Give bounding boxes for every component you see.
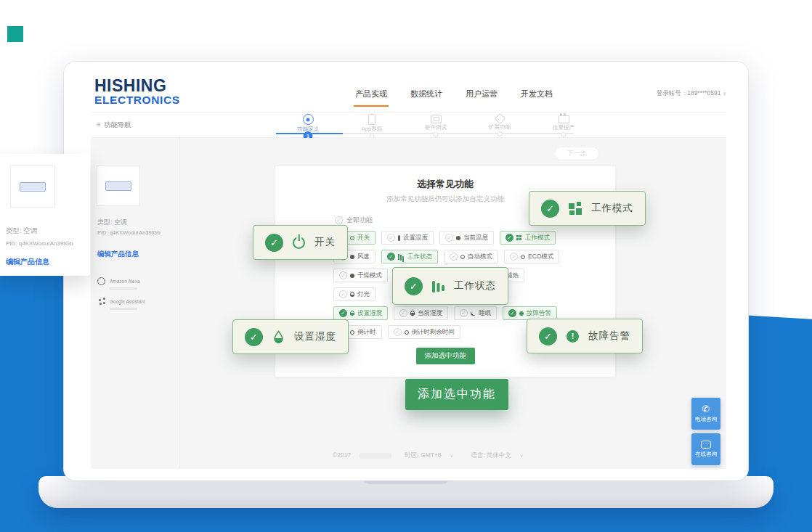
step-hardware-debug[interactable]: 硬件调试	[404, 113, 468, 131]
next-step-button[interactable]: 下一步	[554, 147, 599, 160]
chip-set-humidity[interactable]: ✓设置湿度	[333, 306, 388, 320]
app-footer: ©2017时区: GMT+8∨语言: 简体中文∨	[134, 451, 726, 460]
air-conditioner-icon	[20, 182, 46, 192]
timer-icon	[405, 330, 409, 335]
language-select[interactable]: 语言: 简体中文∨	[466, 451, 528, 459]
chip-current-humidity[interactable]: ✓当前湿度	[394, 306, 448, 320]
step-node	[498, 131, 503, 136]
web-app: HISHING ELECTRONICS 产品实现 数据统计 用户运营 开发文档 …	[91, 76, 726, 469]
chip-countdown-remaining[interactable]: ✓倒计时剩余时间	[388, 325, 461, 339]
chip-auto-mode[interactable]: ✓自动模式	[444, 250, 498, 263]
alert-icon: !	[567, 330, 579, 343]
step-mass-production[interactable]: 批量投产	[532, 113, 596, 131]
chevron-down-icon: ∨	[450, 453, 454, 458]
consult-label: 电话咨询	[695, 416, 717, 423]
integration-google-assistant[interactable]: Google Assistant	[97, 293, 145, 310]
grid-row: ✓风速 ✓工作状态 ✓自动模式 ✓ECO模式	[333, 250, 557, 263]
checkbox-icon: ✓	[445, 234, 453, 242]
diamond-icon	[494, 113, 506, 125]
online-consult-button[interactable]: ··· 在线咨询	[691, 433, 720, 465]
air-conditioner-icon	[105, 181, 131, 191]
decorative-teal-square	[7, 26, 23, 42]
callout-label: 工作模式	[591, 202, 633, 215]
account-menu[interactable]: 登录账号：189****0591 ∨	[657, 89, 726, 98]
power-icon	[350, 236, 354, 240]
chip-eco-mode[interactable]: ✓ECO模式	[504, 250, 559, 263]
chip-label: 自动模式	[468, 253, 492, 261]
chip-label: 倒计时剩余时间	[412, 328, 455, 337]
chip-label: 倒计时	[357, 328, 376, 337]
chip-work-status[interactable]: ✓工作状态	[381, 250, 438, 263]
chip-label: 设置湿度	[357, 309, 382, 318]
brand-logo[interactable]: HISHING ELECTRONICS	[94, 78, 180, 106]
nav-item-operation[interactable]: 用户运营	[464, 84, 499, 104]
chip-label: 设置温度	[403, 234, 428, 242]
chip-set-temperature[interactable]: ✓设置温度	[381, 231, 434, 245]
checkbox-icon: ✓	[508, 309, 516, 317]
consult-label: 在线咨询	[695, 451, 717, 458]
chip-work-mode[interactable]: ✓工作模式	[500, 231, 556, 245]
temperature-icon	[456, 236, 460, 240]
brand-logo-line1: HISHING	[94, 78, 180, 94]
function-definition-icon	[303, 114, 314, 125]
grid-row: ✓设置湿度 ✓当前湿度 ✓睡眠 ✓故障告警	[333, 306, 557, 320]
app-header: HISHING ELECTRONICS 产品实现 数据统计 用户运营 开发文档 …	[91, 76, 726, 112]
step-extended-functions[interactable]: 扩展功能	[468, 113, 532, 131]
sub-header: ≡功能导航 功能定义 1 App界面	[91, 112, 726, 138]
chip-dry-mode[interactable]: ✓干燥模式	[333, 269, 388, 282]
nav-item-product[interactable]: 产品实现	[354, 84, 389, 104]
chip-label: 工作状态	[407, 253, 432, 261]
nav-item-stats[interactable]: 数据统计	[409, 84, 444, 104]
callout-work-status: ✓ 工作状态	[392, 267, 508, 305]
grid-row: ✓倒计时 ✓倒计时剩余时间	[333, 325, 557, 339]
laptop-screen: HISHING ELECTRONICS 产品实现 数据统计 用户运营 开发文档 …	[64, 62, 748, 480]
product-thumbnail	[97, 165, 140, 206]
timezone-label: 时区: GMT+8	[405, 451, 441, 459]
google-assistant-icon	[99, 299, 101, 301]
product-thumbnail	[10, 165, 55, 208]
checkbox-icon: ✓	[387, 234, 395, 242]
step-label: App界面	[340, 126, 404, 133]
phone-icon: ✆	[702, 404, 710, 414]
checkbox-icon: ✓	[339, 309, 347, 317]
callout-fault-alarm: ✓ ! 故障告警	[527, 319, 643, 353]
chip-label: 睡眠	[479, 309, 491, 318]
callout-power: ✓ 开关	[253, 225, 348, 260]
step-function-definition[interactable]: 功能定义 1	[276, 113, 340, 133]
chip-light[interactable]: ✓灯光	[333, 287, 375, 301]
grid-row: ✓开关 ✓设置温度 ✓当前温度 ✓工作模式	[333, 231, 557, 245]
edit-product-link[interactable]: 编辑产品信息	[97, 250, 139, 259]
blurred-text	[110, 287, 137, 290]
edit-product-link[interactable]: 编辑产品信息	[6, 257, 49, 267]
chip-current-temperature[interactable]: ✓当前温度	[439, 231, 494, 245]
floating-product-card: 类型: 空调 PID: q4KXWodurAn39tGb 编辑产品信息	[0, 154, 90, 276]
fan-icon	[350, 255, 354, 259]
add-selected-functions-button[interactable]: 添加选中功能	[416, 348, 475, 364]
light-icon	[350, 292, 354, 297]
copyright: ©2017	[333, 451, 351, 459]
bars-icon	[398, 254, 399, 260]
step-app-ui[interactable]: App界面	[340, 113, 404, 133]
menu-icon: ≡	[97, 120, 101, 128]
phone-consult-button[interactable]: ✆ 电话咨询	[691, 398, 720, 430]
product-type: 类型: 空调	[6, 226, 37, 236]
step-node	[561, 132, 567, 137]
timezone-select[interactable]: 时区: GMT+8∨	[400, 451, 458, 459]
checkbox-icon: ✓	[399, 309, 407, 317]
integration-name: Amazon Alexa	[110, 279, 140, 284]
nav-item-docs[interactable]: 开发文档	[519, 84, 554, 104]
callout-label: 工作状态	[454, 279, 496, 292]
bars-icon	[432, 279, 444, 292]
chip-label: 风速	[357, 253, 370, 261]
dry-icon	[350, 274, 354, 278]
callout-label: 设置湿度	[294, 330, 336, 343]
callout-label: 开关	[314, 236, 336, 249]
integration-alexa[interactable]: Amazon Alexa	[97, 273, 140, 290]
auto-icon	[460, 255, 465, 259]
product-pid: PID: q4KXWodurAn39tGb	[6, 240, 73, 247]
factory-icon	[559, 115, 569, 123]
function-nav-toggle[interactable]: ≡功能导航	[97, 120, 131, 130]
chip-sleep[interactable]: ✓睡眠	[454, 306, 497, 320]
laptop-base	[38, 476, 774, 508]
add-selected-functions-button-magnified[interactable]: 添加选中功能	[405, 379, 508, 410]
